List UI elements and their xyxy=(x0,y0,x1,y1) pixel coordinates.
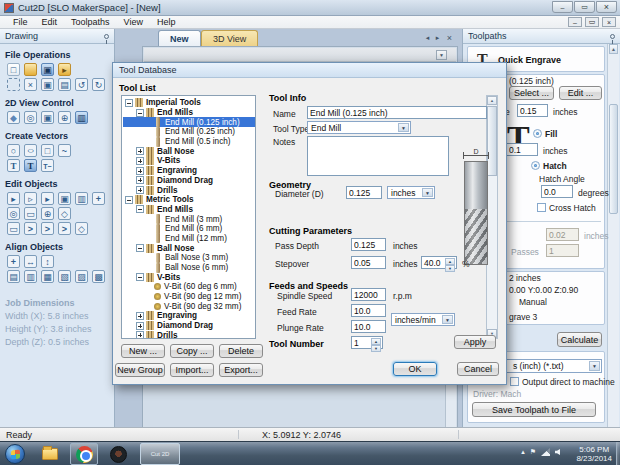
tree-group[interactable]: V-Bits xyxy=(123,156,255,166)
paste-icon[interactable] xyxy=(58,78,71,91)
mdi-close-button[interactable] xyxy=(602,17,616,27)
dropdown-arrow-icon[interactable] xyxy=(398,123,409,132)
delete-tool-button[interactable]: Delete xyxy=(219,344,263,358)
tree-group[interactable]: Ball Nose xyxy=(123,243,255,253)
expand-icon[interactable] xyxy=(136,167,144,175)
tree-item[interactable]: End Mill (3 mm) xyxy=(123,214,255,224)
collapse-icon[interactable] xyxy=(136,109,144,117)
collapse-icon[interactable] xyxy=(136,205,144,213)
import-icon[interactable] xyxy=(58,63,71,76)
mdi-restore-button[interactable] xyxy=(585,17,599,27)
text-on-curve-icon[interactable] xyxy=(41,159,54,172)
ok-button[interactable]: OK xyxy=(393,362,437,376)
menu-toolpaths[interactable]: Toolpaths xyxy=(64,17,117,27)
fill-stepover-input[interactable] xyxy=(506,143,538,156)
tree-item[interactable]: End Mill (12 mm) xyxy=(123,234,255,244)
save-icon[interactable] xyxy=(41,63,54,76)
close-button[interactable] xyxy=(596,1,617,13)
feed-rate-input[interactable] xyxy=(351,304,386,317)
tree-group[interactable]: Diamond Drag xyxy=(123,176,255,186)
pan-icon[interactable] xyxy=(7,111,20,124)
tab-new[interactable]: New xyxy=(158,30,201,46)
scroll-up-icon[interactable] xyxy=(487,96,497,105)
align-center-both-icon[interactable] xyxy=(7,255,20,268)
weld-icon[interactable] xyxy=(24,222,37,235)
new-group-button[interactable]: New Group xyxy=(115,363,165,377)
spin-up-icon[interactable] xyxy=(445,258,455,265)
new-file-icon[interactable] xyxy=(7,63,20,76)
tree-group[interactable]: End Mills xyxy=(123,108,255,118)
volume-icon[interactable] xyxy=(555,449,560,455)
tree-item[interactable]: End Mill (0.25 inch) xyxy=(123,127,255,137)
group-icon[interactable] xyxy=(7,222,20,235)
draw-text-icon[interactable] xyxy=(7,159,20,172)
minimize-button[interactable] xyxy=(552,1,573,13)
spin-up-icon[interactable] xyxy=(371,338,381,345)
tree-item[interactable]: Ball Nose (3 mm) xyxy=(123,253,255,263)
collapse-icon[interactable] xyxy=(136,244,144,252)
align-inside-icon[interactable] xyxy=(75,270,88,283)
pin-icon[interactable] xyxy=(610,34,615,39)
align-left-icon[interactable] xyxy=(7,270,20,283)
taskbar-explorer[interactable] xyxy=(36,443,64,465)
save-toolpath-button[interactable]: Save Toolpath to File xyxy=(472,402,596,417)
tab-scroll-left-icon[interactable] xyxy=(423,33,432,42)
collapse-icon[interactable] xyxy=(125,196,133,204)
cross-hatch-checkbox[interactable] xyxy=(537,203,546,212)
dialog-title-bar[interactable]: Tool Database xyxy=(113,63,506,78)
expand-icon[interactable] xyxy=(136,322,144,330)
expand-icon[interactable] xyxy=(136,147,144,155)
dropdown-arrow-icon[interactable] xyxy=(442,315,453,324)
undo-icon[interactable] xyxy=(75,78,88,91)
menu-file[interactable]: File xyxy=(6,17,35,27)
tree-group[interactable]: Drills xyxy=(123,331,255,340)
tool-type-dropdown[interactable]: End Mill xyxy=(307,121,411,134)
diameter-units-dropdown[interactable]: inches xyxy=(387,186,435,199)
select-tool-icon[interactable] xyxy=(7,192,20,205)
copy-icon[interactable] xyxy=(41,78,54,91)
zoom-box-icon[interactable] xyxy=(41,111,54,124)
tab-close-icon[interactable] xyxy=(445,33,454,42)
node-edit-icon[interactable] xyxy=(92,192,105,205)
expand-icon[interactable] xyxy=(136,157,144,165)
dropdown-arrow-icon[interactable] xyxy=(589,361,600,371)
hatch-angle-input[interactable] xyxy=(541,185,573,198)
cancel-button[interactable]: Cancel xyxy=(457,362,499,376)
draw-ellipse-icon[interactable] xyxy=(24,144,37,157)
menu-view[interactable]: View xyxy=(117,17,150,27)
layer-dropdown-icon[interactable] xyxy=(436,50,447,60)
drawing-panel-header[interactable]: Drawing xyxy=(0,29,114,44)
text-box-icon[interactable] xyxy=(24,159,37,172)
tree-item-selected[interactable]: End Mill (0.125 inch) xyxy=(123,117,255,127)
draw-circle-icon[interactable] xyxy=(7,144,20,157)
tree-group[interactable]: Drills xyxy=(123,185,255,195)
dropdown-arrow-icon[interactable] xyxy=(422,188,433,197)
output-direct-checkbox[interactable] xyxy=(510,377,519,386)
mdi-minimize-button[interactable] xyxy=(568,17,582,27)
tree-item[interactable]: Ball Nose (6 mm) xyxy=(123,263,255,273)
zoom-extents-icon[interactable] xyxy=(58,111,71,124)
network-icon[interactable] xyxy=(541,448,550,456)
tree-group[interactable]: Diamond Drag xyxy=(123,321,255,331)
move-tool-icon[interactable] xyxy=(24,192,37,205)
tree-item[interactable]: End Mill (6 mm) xyxy=(123,224,255,234)
collapse-icon[interactable] xyxy=(125,99,133,107)
export-button[interactable]: Export... xyxy=(219,363,263,377)
menu-help[interactable]: Help xyxy=(150,17,183,27)
tree-item[interactable]: End Mill (0.5 inch) xyxy=(123,137,255,147)
taskbar-chrome[interactable] xyxy=(70,443,98,465)
mirror-icon[interactable] xyxy=(58,192,71,205)
tree-item[interactable]: V-Bit (90 deg 12 mm) xyxy=(123,292,255,302)
align-center-icon[interactable] xyxy=(41,207,54,220)
tree-group[interactable]: End Mills xyxy=(123,205,255,215)
align-vertical-icon[interactable] xyxy=(41,255,54,268)
rate-units-dropdown[interactable]: inches/min xyxy=(391,313,455,326)
diameter-input[interactable] xyxy=(346,186,382,199)
hatch-radio[interactable] xyxy=(531,161,540,170)
tree-group[interactable]: Engraving xyxy=(123,311,255,321)
select-all-icon[interactable] xyxy=(7,78,20,91)
start-button[interactable] xyxy=(5,444,25,464)
plunge-rate-input[interactable] xyxy=(351,320,386,333)
tray-expand-icon[interactable] xyxy=(521,448,525,456)
action-center-icon[interactable] xyxy=(530,448,536,456)
